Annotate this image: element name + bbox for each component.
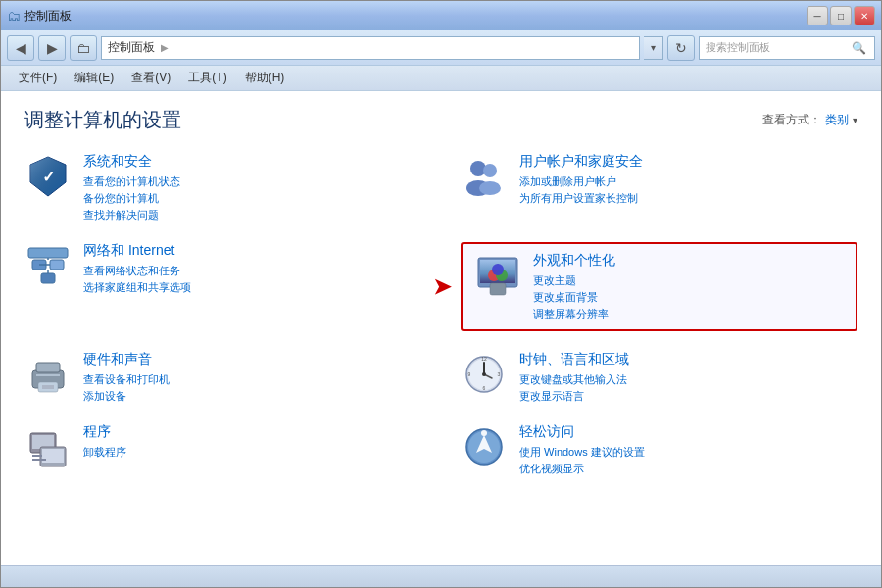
refresh-button[interactable]: ↻ [667, 35, 695, 61]
section-clock-content: 时钟、语言和区域 更改键盘或其他输入法 更改显示语言 [519, 351, 629, 404]
view-mode-selector: 查看方式： 类别 ▾ [762, 112, 858, 128]
menu-edit[interactable]: 编辑(E) [67, 68, 122, 88]
section-hardware-content: 硬件和声音 查看设备和打印机 添加设备 [83, 351, 170, 404]
link-network-status[interactable]: 查看网络状态和任务 [83, 264, 191, 278]
forward-icon: ▶ [47, 40, 58, 56]
view-mode-label: 查看方式： [762, 112, 821, 128]
svg-point-31 [482, 372, 486, 376]
address-separator: ▶ [161, 42, 169, 53]
section-clock-title[interactable]: 时钟、语言和区域 [519, 351, 629, 368]
page-title: 调整计算机的设置 [24, 107, 181, 133]
maximize-button[interactable]: □ [830, 6, 852, 25]
section-system-links: 查看您的计算机状态 备份您的计算机 查找并解决问题 [83, 174, 180, 222]
link-accessibility-recommend[interactable]: 使用 Windows 建议的设置 [519, 445, 645, 460]
svg-text:12: 12 [481, 356, 487, 362]
page-header: 调整计算机的设置 查看方式： 类别 ▾ [24, 107, 858, 133]
section-user-title[interactable]: 用户帐户和家庭安全 [519, 153, 643, 171]
back-button[interactable]: ◀ [7, 35, 34, 61]
svg-text:✓: ✓ [42, 169, 55, 185]
search-field[interactable]: 搜索控制面板 🔍 [699, 36, 875, 60]
svg-point-5 [483, 164, 497, 177]
section-accessibility-links: 使用 Windows 建议的设置 优化视频显示 [519, 445, 645, 476]
section-system: ✓ 系统和安全 查看您的计算机状态 备份您的计算机 查找并解决问题 [24, 153, 421, 222]
link-clock-language[interactable]: 更改显示语言 [519, 389, 629, 404]
link-network-share[interactable]: 选择家庭组和共享选项 [83, 280, 191, 295]
section-appearance-title[interactable]: 外观和个性化 [533, 252, 615, 270]
section-user: 用户帐户和家庭安全 添加或删除用户帐户 为所有用户设置家长控制 [461, 153, 858, 222]
link-appearance-resolution[interactable]: 调整屏幕分辨率 [533, 307, 615, 321]
section-appearance-wrapper: ➤ [461, 242, 858, 331]
control-panel-grid: ✓ 系统和安全 查看您的计算机状态 备份您的计算机 查找并解决问题 [24, 153, 858, 476]
svg-point-6 [479, 181, 501, 195]
svg-text:3: 3 [498, 371, 501, 377]
section-hardware-links: 查看设备和打印机 添加设备 [83, 372, 170, 404]
menu-tools-label: 工具(T) [188, 71, 226, 84]
svg-rect-12 [28, 248, 68, 258]
section-clock: 12 3 6 9 时钟、语言和区域 更改键盘或其他输入法 更改显示语言 [461, 351, 858, 404]
title-controls: ─ □ ✕ [807, 6, 875, 25]
close-button[interactable]: ✕ [854, 6, 875, 25]
menu-file-label: 文件(F) [19, 71, 57, 84]
link-system-status[interactable]: 查看您的计算机状态 [83, 174, 180, 189]
menu-file[interactable]: 文件(F) [11, 68, 65, 88]
dropdown-arrow-icon: ▾ [651, 42, 656, 53]
menu-help-label: 帮助(H) [245, 71, 285, 84]
section-clock-links: 更改键盘或其他输入法 更改显示语言 [519, 372, 629, 404]
section-accessibility-content: 轻松访问 使用 Windows 建议的设置 优化视频显示 [519, 423, 645, 476]
link-accessibility-video[interactable]: 优化视频显示 [519, 462, 645, 476]
section-accessibility-title[interactable]: 轻松访问 [519, 423, 645, 441]
search-icon: 🔍 [852, 41, 866, 55]
link-clock-input[interactable]: 更改键盘或其他输入法 [519, 372, 629, 387]
user-icon [461, 153, 508, 200]
network-icon [24, 242, 72, 289]
section-programs: 程序 卸载程序 [24, 423, 421, 476]
svg-rect-8 [50, 260, 64, 270]
svg-rect-40 [32, 455, 42, 457]
section-hardware-title[interactable]: 硬件和声音 [83, 351, 170, 368]
address-field[interactable]: 控制面板 ▶ [101, 36, 640, 60]
link-hardware-devices[interactable]: 查看设备和打印机 [83, 372, 170, 387]
forward-button[interactable]: ▶ [38, 35, 66, 61]
link-appearance-wallpaper[interactable]: 更改桌面背景 [533, 290, 615, 305]
hardware-icon [24, 351, 72, 398]
link-programs-uninstall[interactable]: 卸载程序 [83, 445, 126, 460]
svg-point-44 [481, 430, 487, 436]
view-mode-value[interactable]: 类别 [825, 112, 849, 128]
section-programs-title[interactable]: 程序 [83, 423, 126, 441]
address-dropdown-button[interactable]: ▾ [644, 36, 663, 60]
section-user-links: 添加或删除用户帐户 为所有用户设置家长控制 [519, 174, 643, 206]
accessibility-icon [461, 423, 508, 470]
main-window: 🗂 控制面板 ─ □ ✕ ◀ ▶ 🗀 控制面板 ▶ ▾ ↻ 搜索控制面板 [0, 0, 882, 588]
menu-help[interactable]: 帮助(H) [237, 68, 293, 88]
link-user-parental[interactable]: 为所有用户设置家长控制 [519, 191, 643, 206]
up-button[interactable]: 🗀 [70, 35, 97, 61]
link-hardware-add[interactable]: 添加设备 [83, 389, 170, 404]
section-appearance-links: 更改主题 更改桌面背景 调整屏幕分辨率 [533, 273, 615, 321]
svg-text:9: 9 [468, 371, 471, 377]
system-icon: ✓ [24, 153, 72, 200]
menu-edit-label: 编辑(E) [74, 71, 114, 84]
back-icon: ◀ [16, 40, 26, 56]
svg-point-20 [492, 264, 504, 275]
menu-tools[interactable]: 工具(T) [180, 68, 234, 88]
menu-view-label: 查看(V) [131, 71, 171, 84]
folder-icon: 🗀 [76, 40, 90, 56]
section-programs-links: 卸载程序 [83, 445, 126, 460]
svg-rect-24 [38, 382, 58, 392]
section-network: 网络和 Internet 查看网络状态和任务 选择家庭组和共享选项 [24, 242, 421, 331]
section-system-title[interactable]: 系统和安全 [83, 153, 180, 171]
section-programs-content: 程序 卸载程序 [83, 423, 126, 460]
link-system-troubleshoot[interactable]: 查找并解决问题 [83, 208, 180, 222]
title-bar-left: 🗂 控制面板 [7, 8, 72, 24]
highlight-arrow-icon: ➤ [433, 274, 451, 300]
section-network-title[interactable]: 网络和 Internet [83, 242, 191, 260]
menu-view[interactable]: 查看(V) [123, 68, 178, 88]
minimize-button[interactable]: ─ [807, 6, 828, 25]
view-mode-arrow-icon: ▾ [853, 115, 858, 125]
search-button[interactable]: 🔍 [849, 37, 868, 59]
link-user-add[interactable]: 添加或删除用户帐户 [519, 174, 643, 189]
svg-rect-9 [41, 273, 55, 283]
link-system-backup[interactable]: 备份您的计算机 [83, 191, 180, 206]
link-appearance-theme[interactable]: 更改主题 [533, 273, 615, 288]
svg-rect-17 [490, 283, 506, 295]
